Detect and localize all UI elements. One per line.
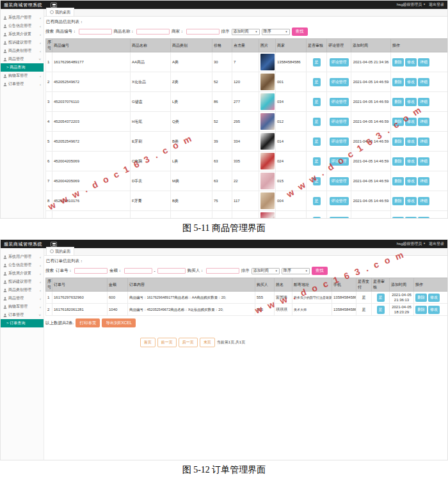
edit-button[interactable]: 修改 [405,197,417,205]
sort-order-select[interactable]: 降序▼ [262,29,290,35]
detail-button[interactable]: 详细 [418,197,429,205]
edit-button[interactable]: 修改 [428,294,440,302]
review-status-button[interactable]: 是 [313,58,321,67]
print-button[interactable]: 打印本页 [76,318,100,327]
review-status-button[interactable]: 是 [313,157,321,166]
comment-manage-button[interactable]: 评论管理 [330,118,349,126]
review-status-button[interactable]: 是 [313,137,321,146]
review-status-button[interactable]: 是 [313,78,321,86]
comment-manage-button[interactable]: 评论管理 [330,78,349,86]
logout-link[interactable]: 退出登录 [429,241,444,247]
detail-button[interactable]: 详细 [418,78,429,86]
delete-button[interactable]: 删除 [415,294,427,302]
export-excel-button[interactable]: 导出到EXCEL [102,318,136,327]
comment-manage-button[interactable]: 评论管理 [330,197,349,205]
review-status-button[interactable]: 是 [377,306,385,314]
sidebar-item-6[interactable]: 商品管理‹ [1,294,44,302]
sidebar-item-8[interactable]: 订单管理‹ [1,80,44,88]
tab-my-desktop[interactable]: 我的桌面 [46,8,74,16]
menu-icon[interactable] [51,242,57,247]
delete-button[interactable]: 删除 [392,157,404,166]
comment-manage-button[interactable]: 评论管理 [330,177,349,185]
sort-field-select[interactable]: 添加时间▼ [252,268,280,274]
amount-min-input[interactable] [124,268,152,274]
order-no-input[interactable] [74,268,108,274]
search-button[interactable]: 查找 [312,267,328,275]
detail-button[interactable]: 详细 [418,137,429,146]
detail-button[interactable]: 详细 [418,118,429,126]
edit-button[interactable]: 修改 [405,137,417,146]
comment-manage-button[interactable]: 评论管理 [330,137,349,146]
product-code-input[interactable] [79,29,112,35]
comment-manage-button[interactable]: 评论管理 [330,58,349,67]
cell-operations: 删除修改详细 [391,211,448,219]
user-menu[interactable]: hsg超级管理员 ▼ [397,2,426,8]
sidebar-subitem-active[interactable]: > 商品查询 [1,63,44,72]
delete-button[interactable]: 删除 [392,217,404,219]
prev-page-button[interactable]: 前一页 [157,338,177,347]
sidebar-item-1[interactable]: 系统用户管理‹ [1,13,44,22]
delete-button[interactable]: 删除 [392,137,404,146]
comment-manage-button[interactable]: 评论管理 [330,217,349,219]
comment-manage-button[interactable]: 评论管理 [330,98,349,106]
product-name-input[interactable] [136,29,170,35]
chevron-left-icon: ‹ [40,41,41,45]
review-status-button[interactable]: 是 [313,197,321,205]
delete-button[interactable]: 删除 [415,306,427,314]
review-status-button[interactable]: 是 [313,217,321,219]
delete-button[interactable]: 删除 [392,98,404,106]
next-page-button[interactable]: 后一页 [179,338,198,347]
review-status-button[interactable]: 是 [313,177,321,185]
review-status-button[interactable]: 是 [377,294,385,302]
delete-button[interactable]: 删除 [392,78,404,86]
edit-button[interactable]: 修改 [405,157,417,166]
delete-button[interactable]: 删除 [392,197,404,205]
sidebar-item-3[interactable]: 系统简介设置‹ [1,269,44,278]
last-page-button[interactable]: 末页 [200,338,215,347]
detail-button[interactable]: 详细 [418,217,429,219]
menu-icon[interactable] [51,3,57,8]
sidebar-item-2[interactable]: 公告信息管理‹ [1,261,44,269]
edit-button[interactable]: 修改 [405,217,417,219]
tab-my-desktop[interactable]: 我的桌面 [46,247,74,255]
edit-button[interactable]: 修改 [405,78,417,86]
buyer-input[interactable] [206,268,239,274]
sidebar-item-2[interactable]: 公告信息管理‹ [1,22,44,30]
sidebar-subitem-active[interactable]: > 订单查询 [1,319,44,327]
sidebar-item-8[interactable]: 订单管理˅ [1,311,44,319]
sidebar-item-6[interactable]: 商品管理˅ [1,55,44,63]
review-status-button[interactable]: 是 [313,98,321,106]
delete-button[interactable]: 删除 [392,58,404,67]
sidebar-item-5[interactable]: 商品类别管理‹ [1,47,44,55]
edit-button[interactable]: 修改 [405,118,417,126]
first-page-button[interactable]: 首页 [140,338,156,347]
amount-max-input[interactable] [157,268,186,274]
edit-button[interactable]: 修改 [405,58,417,67]
logout-link[interactable]: 退出登录 [429,2,444,8]
sort-order-select[interactable]: 降序▼ [282,268,310,274]
search-button[interactable]: 查找 [292,27,308,36]
sidebar-item-4[interactable]: 投诉建议管理‹ [1,38,44,47]
edit-button[interactable]: 修改 [428,306,440,314]
sidebar-item-7[interactable]: 购物车管理‹ [1,302,44,311]
row-actions: 删除修改详细 [392,177,448,185]
product-image [260,173,275,189]
sidebar-item-1[interactable]: 系统用户管理‹ [1,253,44,261]
sidebar-item-7[interactable]: 购物车管理‹ [1,72,44,80]
sidebar-item-3[interactable]: 系统简介设置‹ [1,30,44,38]
user-menu[interactable]: hsg超级管理员 ▼ [397,241,426,247]
detail-button[interactable]: 详细 [418,98,429,106]
sidebar-item-5[interactable]: 商品类别管理‹ [1,286,44,294]
detail-button[interactable]: 详细 [418,157,429,166]
delete-button[interactable]: 删除 [392,177,404,185]
comment-manage-button[interactable]: 评论管理 [330,157,349,166]
review-status-button[interactable]: 是 [313,118,321,126]
detail-button[interactable]: 详细 [418,58,429,67]
detail-button[interactable]: 详细 [418,177,429,185]
sidebar-item-4[interactable]: 投诉建议管理‹ [1,278,44,286]
edit-button[interactable]: 修改 [405,177,417,185]
edit-button[interactable]: 修改 [405,98,417,106]
delete-button[interactable]: 删除 [392,118,404,126]
sort-field-select[interactable]: 添加时间▼ [232,29,260,35]
merchant-input[interactable] [186,29,220,35]
